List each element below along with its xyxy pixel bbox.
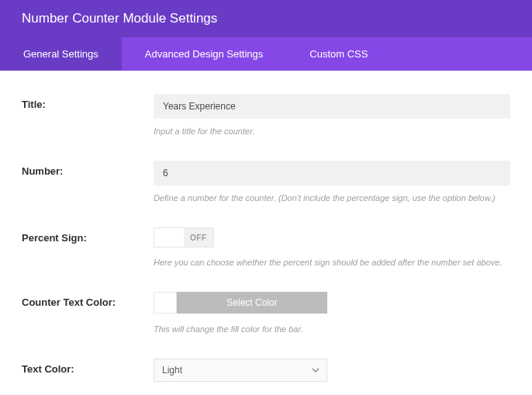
help-counter-text-color: This will change the fill color for the … [154,324,510,334]
label-counter-text-color: Counter Text Color: [22,292,154,334]
field-row-percent-sign: Percent Sign: OFF Here you can choose wh… [22,227,510,267]
title-input[interactable] [154,94,510,119]
chevron-down-icon [312,363,320,377]
toggle-knob [154,228,184,247]
label-number: Number: [22,161,154,203]
help-number: Define a number for the counter. (Don't … [154,193,510,203]
tab-custom-css[interactable]: Custom CSS [286,37,391,71]
label-text-color: Text Color: [22,359,154,382]
label-title: Title: [22,94,154,136]
tab-bar: General Settings Advanced Design Setting… [0,37,532,71]
modal-title: Number Counter Module Settings [22,11,217,26]
field-row-counter-text-color: Counter Text Color: Select Color This wi… [22,292,510,334]
text-color-select[interactable]: Light [154,359,327,382]
help-percent-sign: Here you can choose whether the percent … [154,258,510,267]
color-swatch[interactable] [154,292,177,314]
tab-general-settings[interactable]: General Settings [0,37,122,71]
percent-sign-toggle[interactable]: OFF [154,227,214,248]
settings-form: Title: Input a title for the counter. Nu… [0,71,532,395]
color-picker: Select Color [154,292,327,314]
field-row-number: Number: Define a number for the counter.… [22,161,510,203]
help-title: Input a title for the counter. [154,126,510,136]
select-value: Light [154,359,327,382]
modal-header: Number Counter Module Settings [0,0,532,37]
select-color-button[interactable]: Select Color [177,292,327,314]
toggle-state-label: OFF [184,228,213,247]
field-row-text-color: Text Color: Light [22,359,510,382]
label-percent-sign: Percent Sign: [22,227,154,267]
number-input[interactable] [154,161,510,185]
field-row-title: Title: Input a title for the counter. [22,94,510,136]
tab-advanced-design-settings[interactable]: Advanced Design Settings [122,37,286,71]
